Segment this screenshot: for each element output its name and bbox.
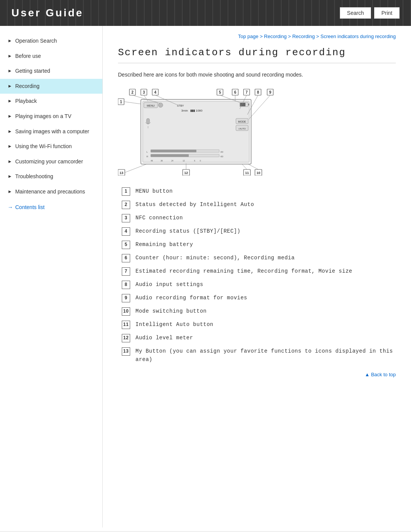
svg-rect-8 xyxy=(240,103,245,106)
list-item: 10 Mode switching button xyxy=(122,307,396,316)
svg-text:3: 3 xyxy=(143,90,145,94)
chevron-right-icon: ► xyxy=(8,38,12,44)
indicator-text: Audio level meter xyxy=(135,334,396,342)
svg-text:0: 0 xyxy=(200,160,201,162)
list-item: 6 Counter (hour: minute: second), Record… xyxy=(122,254,396,262)
svg-rect-15 xyxy=(147,118,150,124)
sidebar-item-label: Maintenance and precautions xyxy=(15,188,95,196)
indicator-text: Remaining battery xyxy=(135,240,396,249)
svg-text:8: 8 xyxy=(257,90,259,94)
arrow-right-icon: → xyxy=(8,204,13,210)
svg-text:5: 5 xyxy=(219,90,221,94)
chevron-right-icon: ► xyxy=(8,128,12,135)
indicator-text: NFC connection xyxy=(135,214,396,222)
sidebar-item-maintenance[interactable]: ► Maintenance and precautions xyxy=(0,184,102,200)
indicator-number: 12 xyxy=(122,334,130,342)
contents-link-label: Contents list xyxy=(15,204,45,210)
indicator-number: 2 xyxy=(122,201,130,209)
svg-text:1: 1 xyxy=(120,100,122,104)
svg-text:7: 7 xyxy=(245,90,248,94)
indicator-number: 4 xyxy=(122,227,130,236)
sidebar-item-playback[interactable]: ► Playback xyxy=(0,94,102,109)
indicator-text: MENU button xyxy=(135,187,396,195)
chevron-right-icon: ► xyxy=(8,68,12,74)
list-item: 2 Status detected by Intelligent Auto xyxy=(122,200,396,209)
svg-text:-00: -00 xyxy=(220,151,223,153)
sidebar-item-label: Using the Wi-Fi function xyxy=(15,143,95,150)
svg-line-33 xyxy=(124,102,141,104)
sidebar-item-saving-images[interactable]: ► Saving images with a computer xyxy=(0,124,102,139)
page-description: Described here are icons for both movie … xyxy=(118,71,396,79)
back-to-top-link[interactable]: ▲ Back to top xyxy=(118,372,396,377)
sidebar-item-wifi[interactable]: ► Using the Wi-Fi function xyxy=(0,139,102,154)
list-item: 3 NFC connection xyxy=(122,214,396,222)
indicator-number: 1 xyxy=(122,187,130,196)
sidebar-item-recording[interactable]: ► Recording xyxy=(0,79,102,94)
chevron-right-icon: ► xyxy=(8,158,12,165)
indicator-number: 6 xyxy=(122,254,130,262)
svg-text:36: 36 xyxy=(161,160,163,162)
svg-text:12: 12 xyxy=(184,171,188,175)
svg-text:STBY: STBY xyxy=(177,104,184,107)
list-item: 12 Audio level meter xyxy=(122,334,396,342)
page-title: Screen indicators during recording xyxy=(118,47,396,63)
indicator-text: Intelligent Auto button xyxy=(135,320,396,329)
sidebar-item-label: Getting started xyxy=(15,67,95,75)
indicator-text: Estimated recording remaining time, Reco… xyxy=(135,267,396,275)
svg-text:9: 9 xyxy=(269,90,271,94)
list-item: 5 Remaining battery xyxy=(122,240,396,249)
sidebar-item-label: Playing images on a TV xyxy=(15,113,95,120)
indicator-text: Mode switching button xyxy=(135,307,396,315)
indicator-text: Audio input settings xyxy=(135,280,396,289)
svg-rect-19 xyxy=(151,150,196,152)
sidebar-item-troubleshooting[interactable]: ► Troubleshooting xyxy=(0,169,102,184)
svg-text:▮▮▮ 1080: ▮▮▮ 1080 xyxy=(190,109,203,112)
chevron-right-icon: ► xyxy=(8,173,12,180)
indicator-number: 7 xyxy=(122,267,130,276)
sidebar-item-customizing[interactable]: ► Customizing your camcorder xyxy=(0,154,102,169)
print-button[interactable]: Print xyxy=(374,7,400,19)
indicator-list: 1 MENU button 2 Status detected by Intel… xyxy=(122,187,396,364)
screen-diagram: MENU STBY 3min ▮▮▮ 1080 MODE i AUTO xyxy=(118,88,339,176)
header-title: User Guide xyxy=(11,7,83,19)
sidebar-item-playing-images[interactable]: ► Playing images on a TV xyxy=(0,109,102,124)
svg-text:MODE: MODE xyxy=(238,120,246,123)
svg-text:11: 11 xyxy=(245,171,249,175)
diagram-container: MENU STBY 3min ▮▮▮ 1080 MODE i AUTO xyxy=(118,88,396,176)
indicator-text: Audio recording format for movies xyxy=(135,294,396,302)
indicator-text: Status detected by Intelligent Auto xyxy=(135,200,396,209)
header: User Guide Search Print xyxy=(0,0,411,26)
list-item: 4 Recording status ([STBY]/[REC]) xyxy=(122,227,396,236)
svg-text:12: 12 xyxy=(183,160,185,162)
chevron-right-icon: ► xyxy=(8,83,12,89)
svg-text:MENU: MENU xyxy=(147,104,155,107)
svg-text:i AUTO: i AUTO xyxy=(238,128,246,130)
sidebar-item-getting-started[interactable]: ► Getting started xyxy=(0,64,102,79)
indicator-number: 5 xyxy=(122,241,130,249)
svg-text:4: 4 xyxy=(154,90,156,94)
svg-line-69 xyxy=(248,164,258,169)
list-item: 8 Audio input settings xyxy=(122,280,396,289)
chevron-right-icon: ► xyxy=(8,98,12,104)
content-area: Top page > Recording > Recording > Scree… xyxy=(103,26,411,527)
svg-line-57 xyxy=(249,95,270,119)
sidebar-item-operation-search[interactable]: ► Operation Search xyxy=(0,34,102,49)
svg-text:-00: -00 xyxy=(220,155,223,158)
svg-line-60 xyxy=(125,164,147,173)
search-button[interactable]: Search xyxy=(340,7,371,19)
svg-text:3min: 3min xyxy=(181,109,188,112)
indicator-text: My Button (you can assign your favorite … xyxy=(135,347,396,364)
header-buttons: Search Print xyxy=(340,7,400,19)
sidebar: ► Operation Search ► Before use ► Gettin… xyxy=(0,26,103,527)
chevron-right-icon: ► xyxy=(8,143,12,150)
sidebar-item-before-use[interactable]: ► Before use xyxy=(0,49,102,64)
breadcrumb[interactable]: Top page > Recording > Recording > Scree… xyxy=(118,34,396,39)
indicator-number: 11 xyxy=(122,321,130,329)
indicator-number: 9 xyxy=(122,294,130,302)
sidebar-item-label: Playback xyxy=(15,97,95,105)
list-item: 9 Audio recording format for movies xyxy=(122,294,396,302)
contents-list-link[interactable]: → Contents list xyxy=(0,200,102,215)
indicator-number: 13 xyxy=(122,347,130,356)
sidebar-item-label: Troubleshooting xyxy=(15,173,95,181)
list-item: 13 My Button (you can assign your favori… xyxy=(122,347,396,364)
